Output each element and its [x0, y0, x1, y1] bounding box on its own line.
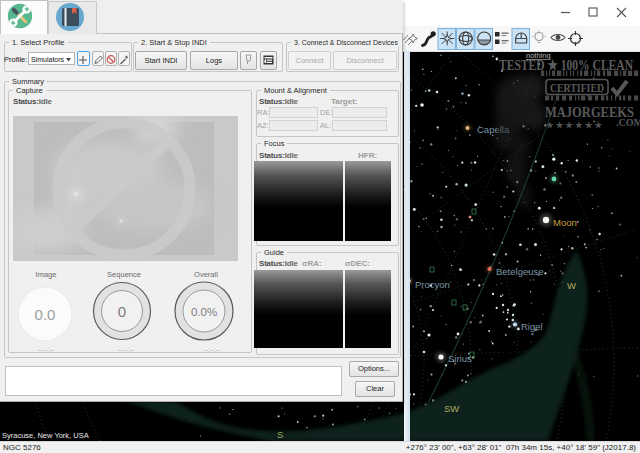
svg-text:Sirius: Sirius — [448, 353, 472, 364]
svg-text:S: S — [277, 429, 283, 440]
svg-text:SW: SW — [444, 403, 459, 414]
svg-text:.COM: .COM — [616, 117, 640, 128]
svg-text:★ ★ ★ ★ ★ ★: ★ ★ ★ ★ ★ ★ — [546, 120, 602, 130]
svg-text:Procyon: Procyon — [415, 279, 450, 290]
svg-text:W: W — [567, 280, 576, 291]
svg-text:Moon: Moon — [553, 217, 577, 228]
svg-text:Betelgeuse: Betelgeuse — [496, 266, 544, 277]
svg-text:0.0: 0.0 — [35, 306, 56, 323]
svg-text:CERTIFIED: CERTIFIED — [550, 82, 604, 94]
svg-text:Syracuse, New York, USA: Syracuse, New York, USA — [2, 431, 89, 440]
svg-text:0: 0 — [118, 303, 126, 320]
svg-text:Rigel: Rigel — [521, 321, 543, 332]
svg-text:TESTED ★ 100% CLEAN: TESTED ★ 100% CLEAN — [499, 57, 633, 73]
svg-text:0.0%: 0.0% — [191, 306, 217, 318]
